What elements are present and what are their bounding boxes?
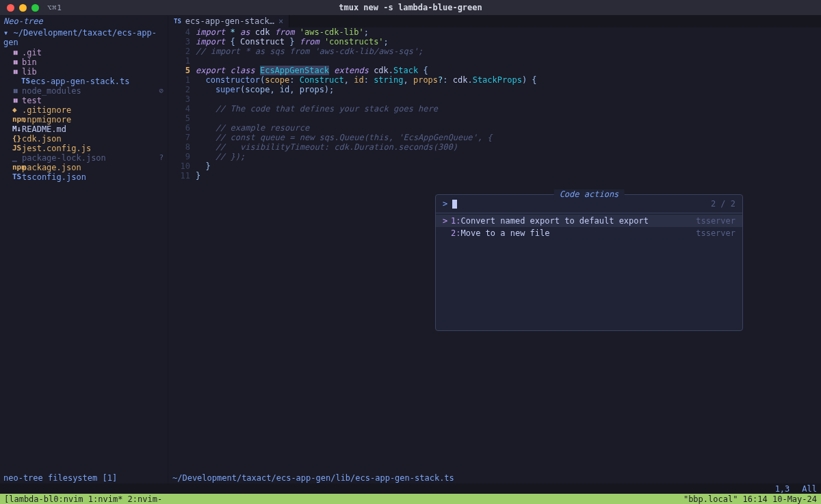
result-count: 2 / 2 — [711, 199, 735, 209]
prompt-icon: > — [443, 199, 447, 209]
action-index: 2: — [451, 228, 460, 238]
line-number: 4 — [168, 104, 190, 114]
tree-item[interactable]: ⎯package-lock.json? — [0, 153, 168, 163]
caret-icon — [443, 228, 451, 238]
file-name: lib — [22, 67, 37, 77]
file-name: package-lock.json — [22, 153, 106, 163]
folder-icon — [12, 67, 22, 77]
popup-title: Code actions — [554, 189, 625, 199]
tree-item[interactable]: test — [0, 96, 168, 105]
sidebar-status: neo-tree filesystem [1] — [0, 473, 168, 483]
file-icon: {} — [12, 134, 22, 144]
text-cursor — [452, 200, 457, 209]
tree-item[interactable]: M↓README.md — [0, 124, 168, 134]
file-icon: npm — [12, 115, 22, 124]
minimize-window-button[interactable] — [19, 4, 27, 12]
file-tree: .gitbinlibTSecs-app-gen-stack.tsnode_mod… — [0, 48, 168, 182]
file-icon: ◆ — [12, 105, 22, 115]
editor-tab[interactable]: TS ecs-app-gen-stack… × — [168, 15, 289, 27]
tree-item[interactable]: JSjest.config.js — [0, 144, 168, 153]
editor-pane: TS ecs-app-gen-stack… × 4321512345678910… — [168, 15, 821, 483]
line-number: 10 — [168, 161, 190, 171]
cursor-position: 1,3 — [775, 484, 790, 494]
zoom-window-button[interactable] — [31, 4, 39, 12]
tree-badge: ? — [159, 153, 164, 163]
file-name: test — [22, 96, 42, 105]
editor-status-path: ~/Development/taxact/ecs-app-gen/lib/ecs… — [168, 473, 821, 483]
action-source: tsserver — [696, 228, 735, 238]
file-name: cdk.json — [22, 134, 62, 144]
code-area[interactable]: 432151234567891011 import * as cdk from … — [168, 27, 821, 181]
line-number: 7 — [168, 133, 190, 142]
tree-item[interactable]: ◆.gitignore — [0, 105, 168, 115]
code-actions-popup: Code actions > 2 / 2 > 1: Convert named … — [435, 194, 743, 331]
action-source: tsserver — [696, 216, 735, 226]
line-number: 4 — [168, 27, 190, 37]
close-icon[interactable]: × — [278, 16, 283, 26]
tree-item[interactable]: lib — [0, 67, 168, 77]
file-name: node_modules — [22, 86, 81, 96]
tmux-host-time: "bbp.local" 16:14 10-May-24 — [683, 494, 817, 504]
tmux-status-bar: [lambda-bl0:nvim 1:nvim* 2:nvim- "bbp.lo… — [0, 494, 821, 504]
line-number: 2 — [168, 85, 190, 94]
line-number-gutter: 432151234567891011 — [168, 27, 196, 181]
folder-icon — [12, 57, 22, 67]
window-title: tmux new -s lambda-blue-green — [339, 3, 482, 12]
line-number: 8 — [168, 142, 190, 152]
tmux-windows[interactable]: [lambda-bl0:nvim 1:nvim* 2:nvim- — [4, 494, 162, 504]
line-number: 3 — [168, 37, 190, 47]
action-text: Move to a new file — [460, 228, 549, 238]
tab-label: ecs-app-gen-stack… — [185, 16, 274, 26]
action-text: Convert named export to default export — [460, 216, 649, 226]
file-icon: JS — [12, 144, 22, 153]
tree-item[interactable]: bin — [0, 57, 168, 67]
file-icon: ⎯ — [12, 153, 22, 163]
tree-item[interactable]: {}cdk.json — [0, 134, 168, 144]
file-name: .git — [22, 48, 42, 57]
file-name: README.md — [22, 124, 66, 134]
line-number: 5 — [168, 114, 190, 123]
tab-bar: TS ecs-app-gen-stack… × — [168, 15, 821, 27]
scroll-percent: All — [802, 484, 817, 494]
file-icon: M↓ — [12, 124, 22, 134]
file-icon: TS — [21, 77, 31, 86]
popup-separator — [436, 213, 742, 213]
window-controls — [7, 4, 39, 12]
line-number: 2 — [168, 47, 190, 56]
typescript-icon: TS — [174, 18, 181, 25]
line-number: 1 — [168, 75, 190, 85]
tree-item[interactable]: npmpackage.json — [0, 163, 168, 172]
tree-root[interactable]: ▾ ~/Development/taxact/ecs-app-gen — [0, 27, 168, 48]
tree-item[interactable]: node_modules⊘ — [0, 86, 168, 96]
tree-item[interactable]: npm.npmignore — [0, 115, 168, 124]
tree-badge: ⊘ — [159, 86, 164, 96]
file-name: .gitignore — [22, 105, 71, 115]
tree-item[interactable]: TStsconfig.json — [0, 172, 168, 182]
macos-titlebar: ⌥⌘1 tmux new -s lambda-blue-green — [0, 0, 821, 15]
caret-icon: > — [443, 216, 451, 226]
vim-status-line: 1,3 All — [0, 483, 821, 494]
action-index: 1: — [451, 216, 460, 226]
sidebar-title: Neo-tree — [0, 15, 168, 27]
code-action-item[interactable]: 2: Move to a new filetsserver — [436, 227, 742, 239]
folder-icon — [12, 96, 22, 105]
folder-icon — [12, 48, 22, 57]
line-number: 9 — [168, 152, 190, 161]
line-number: 3 — [168, 94, 190, 104]
line-number: 11 — [168, 171, 190, 181]
tree-item[interactable]: .git — [0, 48, 168, 57]
close-window-button[interactable] — [7, 4, 14, 12]
line-number: 6 — [168, 123, 190, 133]
chevron-down-icon: ▾ — [3, 28, 8, 38]
file-name: jest.config.js — [22, 144, 91, 153]
window-shortcut-label: ⌥⌘1 — [47, 3, 62, 12]
file-tree-sidebar: Neo-tree ▾ ~/Development/taxact/ecs-app-… — [0, 15, 168, 483]
popup-list: > 1: Convert named export to default exp… — [436, 215, 742, 239]
tree-item[interactable]: TSecs-app-gen-stack.ts — [0, 77, 168, 86]
file-name: package.json — [22, 163, 81, 172]
highlighted-symbol: EcsAppGenStack — [260, 66, 329, 75]
code-action-item[interactable]: > 1: Convert named export to default exp… — [436, 215, 742, 227]
folder-icon — [12, 86, 22, 96]
file-icon: npm — [12, 163, 22, 172]
file-name: .npmignore — [22, 115, 71, 124]
